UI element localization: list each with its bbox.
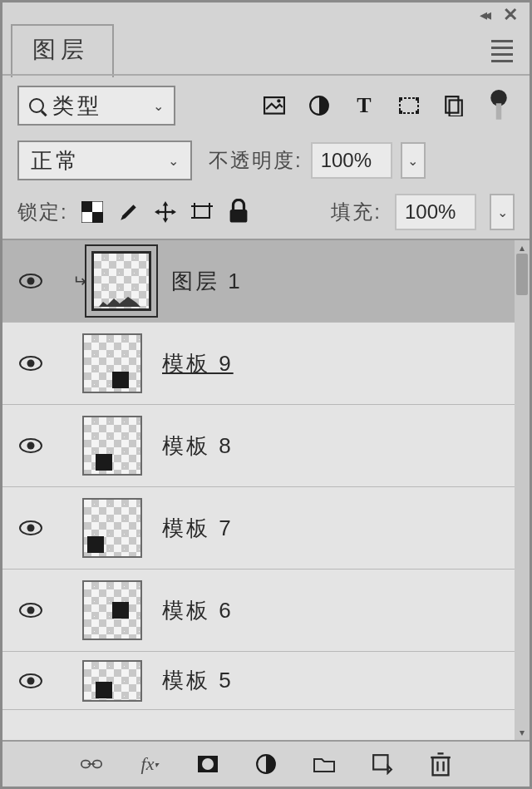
lock-position-icon[interactable] xyxy=(155,203,176,221)
layer-item[interactable]: 模板 7 xyxy=(2,487,530,570)
layers-panel: ◂◂ ✕ 图层 类型 ⌄ T 正常 ⌄ 不透明度: 100% ⌄ xyxy=(0,0,532,789)
layer-name-label[interactable]: 模板 6 xyxy=(162,596,234,625)
filter-type-select[interactable]: 类型 ⌄ xyxy=(17,86,175,126)
svg-point-31 xyxy=(27,278,35,285)
blend-row: 正常 ⌄ 不透明度: 100% ⌄ xyxy=(2,134,530,187)
lock-artboard-icon[interactable] xyxy=(191,203,213,221)
new-layer-icon[interactable] xyxy=(372,755,393,773)
layer-mask-icon[interactable] xyxy=(197,755,219,773)
pixel-filter-icon[interactable] xyxy=(264,96,285,115)
lock-pixels-icon[interactable] xyxy=(118,203,140,221)
layer-thumbnail[interactable] xyxy=(82,416,142,476)
layer-item[interactable]: 模板 5 xyxy=(2,652,530,710)
visibility-toggle[interactable] xyxy=(12,355,49,372)
svg-rect-9 xyxy=(450,101,462,117)
svg-marker-20 xyxy=(162,219,168,223)
layer-style-icon[interactable]: fx▾ xyxy=(139,755,160,773)
fill-input[interactable]: 100% xyxy=(395,194,476,230)
svg-point-41 xyxy=(27,677,35,684)
layer-thumbnail[interactable] xyxy=(82,580,142,640)
svg-rect-12 xyxy=(81,201,92,212)
close-icon[interactable]: ✕ xyxy=(503,4,518,26)
svg-rect-5 xyxy=(416,97,419,101)
svg-point-39 xyxy=(27,607,35,614)
blend-mode-label: 正常 xyxy=(31,146,168,175)
search-icon xyxy=(29,98,44,113)
type-filter-icon[interactable]: T xyxy=(353,96,375,115)
layer-item[interactable]: ↵ 图层 1 xyxy=(2,240,530,323)
layer-thumbnail[interactable] xyxy=(82,660,142,702)
visibility-toggle[interactable] xyxy=(12,673,49,689)
svg-rect-6 xyxy=(399,111,402,114)
layer-thumbnail[interactable] xyxy=(82,498,142,558)
link-layers-icon[interactable] xyxy=(81,755,102,773)
fill-label: 填充: xyxy=(331,199,382,225)
new-group-icon[interactable] xyxy=(313,755,335,773)
layer-list: ↵ 图层 1 模板 9 模板 8 模板 7 模板 6 xyxy=(2,240,530,740)
lock-all-icon[interactable] xyxy=(228,203,249,221)
delete-layer-icon[interactable] xyxy=(430,755,451,773)
panel-tabs: 图层 xyxy=(2,27,530,74)
layer-name-label[interactable]: 模板 5 xyxy=(162,666,234,695)
filter-row: 类型 ⌄ T xyxy=(2,74,530,134)
chevron-down-icon: ⌄ xyxy=(153,98,164,114)
lock-label: 锁定: xyxy=(17,199,68,225)
tab-label: 图层 xyxy=(32,37,89,62)
layer-item[interactable]: 模板 8 xyxy=(2,405,530,487)
svg-rect-29 xyxy=(229,210,247,223)
svg-rect-4 xyxy=(399,97,402,101)
svg-point-37 xyxy=(27,525,35,532)
lock-transparency-icon[interactable] xyxy=(81,203,103,221)
svg-rect-13 xyxy=(92,212,103,223)
visibility-toggle[interactable] xyxy=(12,520,49,536)
tab-layers[interactable]: 图层 xyxy=(11,24,114,77)
svg-marker-22 xyxy=(171,210,175,215)
svg-marker-49 xyxy=(388,766,392,773)
svg-rect-8 xyxy=(446,96,458,113)
layer-item[interactable]: 模板 9 xyxy=(2,323,530,405)
svg-rect-15 xyxy=(81,212,92,223)
svg-point-33 xyxy=(27,360,35,367)
svg-marker-19 xyxy=(162,201,168,205)
opacity-input[interactable]: 100% xyxy=(311,142,392,179)
svg-rect-11 xyxy=(496,103,502,120)
visibility-toggle[interactable] xyxy=(12,437,49,454)
svg-point-35 xyxy=(27,442,35,450)
svg-point-1 xyxy=(277,99,280,102)
svg-rect-48 xyxy=(373,755,387,769)
chevron-down-icon: ⌄ xyxy=(168,153,179,169)
svg-point-46 xyxy=(202,758,214,770)
svg-rect-23 xyxy=(195,206,209,218)
layer-actions-bar: fx▾ xyxy=(2,740,530,787)
layer-name-label[interactable]: 模板 8 xyxy=(162,431,234,461)
layer-name-label[interactable]: 图层 1 xyxy=(171,267,243,296)
adjustment-layer-icon[interactable] xyxy=(255,755,277,773)
svg-rect-14 xyxy=(92,201,103,212)
shape-filter-icon[interactable] xyxy=(398,96,420,115)
blend-mode-select[interactable]: 正常 ⌄ xyxy=(17,141,192,180)
collapse-icon[interactable]: ◂◂ xyxy=(480,6,488,24)
visibility-toggle[interactable] xyxy=(12,273,49,289)
visibility-toggle[interactable] xyxy=(12,602,49,619)
fill-chevron[interactable]: ⌄ xyxy=(490,194,515,230)
clip-indicator-icon: ↵ xyxy=(72,271,86,291)
svg-rect-50 xyxy=(433,757,449,775)
filter-label: 类型 xyxy=(52,91,153,121)
layer-name-label[interactable]: 模板 9 xyxy=(162,349,234,378)
svg-rect-7 xyxy=(416,111,419,114)
opacity-chevron[interactable]: ⌄ xyxy=(401,142,426,179)
layer-name-label[interactable]: 模板 7 xyxy=(162,514,234,543)
panel-menu-icon[interactable] xyxy=(491,40,513,62)
filter-toggle-icon[interactable] xyxy=(488,96,510,115)
smart-filter-icon[interactable] xyxy=(443,96,465,115)
opacity-label: 不透明度: xyxy=(209,147,303,174)
layer-thumbnail[interactable] xyxy=(91,251,151,311)
lock-row: 锁定: 填充: 100% ⌄ xyxy=(2,187,530,240)
layer-item[interactable]: 模板 6 xyxy=(2,570,530,652)
adjustment-filter-icon[interactable] xyxy=(308,96,330,115)
scrollbar[interactable]: ▴ ▾ xyxy=(515,240,530,740)
layer-thumbnail[interactable] xyxy=(82,333,142,393)
svg-rect-3 xyxy=(400,98,418,113)
svg-marker-21 xyxy=(155,210,159,215)
